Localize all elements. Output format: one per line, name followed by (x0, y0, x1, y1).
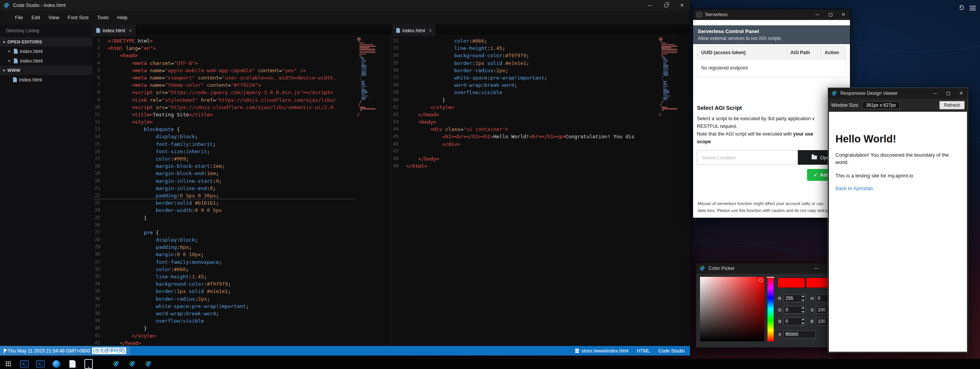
code-studio-app-icon[interactable] (111, 359, 121, 369)
restore-button[interactable] (658, 0, 674, 11)
code-line-45[interactable]: 45 <h1><br></h1><h1>Hello World!<br></h1… (391, 133, 657, 140)
code-line-26[interactable]: 26 (92, 222, 356, 229)
spinner-icon[interactable] (801, 296, 805, 301)
close-icon[interactable] (8, 58, 14, 64)
green-input[interactable]: 0 (784, 306, 806, 314)
sidebar-item-index.html[interactable]: index.html (0, 75, 92, 84)
code-line-41[interactable]: 41 </style> (391, 104, 657, 111)
code-line-39[interactable]: 39 overflow:visible (92, 317, 356, 324)
minimize-button[interactable] (642, 0, 658, 11)
sidebar-section-www[interactable]: WWW (0, 66, 92, 75)
code-line-14[interactable]: 14 display:block; (92, 133, 356, 140)
code-line-47[interactable]: 47 (391, 148, 657, 155)
tab-index.html[interactable]: index.html (92, 25, 136, 36)
maximize-button[interactable] (824, 9, 837, 20)
minimap[interactable] (357, 38, 382, 116)
code-line-42[interactable]: 42 </head> (391, 111, 657, 118)
code-line-1[interactable]: 1<!DOCTYPE html> (92, 37, 356, 45)
code-line-5[interactable]: 5 <meta name="apple-mobile-web-app-capab… (92, 67, 356, 74)
code-line-38[interactable]: 38 word-wrap:break-word; (92, 310, 356, 317)
close-button[interactable] (955, 88, 968, 99)
code-line-35[interactable]: 35 border:1px solid #e1e1e1; (92, 288, 356, 295)
spinner-icon[interactable] (801, 319, 805, 324)
code-line-23[interactable]: 23 border:solid #b1b1b1; (92, 199, 356, 207)
code-line-25[interactable]: 25 } (92, 214, 356, 222)
blue-input[interactable]: 0 (784, 318, 806, 325)
refresh-button[interactable]: Refresh (939, 101, 965, 109)
code-editor[interactable]: 32 color:#666;33 line-height:1.45;34 bac… (391, 37, 657, 170)
code-line-41[interactable]: 41 </style> (92, 332, 356, 339)
editor-pane-2[interactable]: 32 color:#666;33 line-height:1.45;34 bac… (390, 36, 690, 346)
code-line-36[interactable]: 36 border-radius:2px; (391, 67, 657, 74)
close-icon[interactable] (429, 28, 432, 33)
saturation-area[interactable] (700, 277, 764, 341)
sidebar-item-index.html[interactable]: index.html (0, 56, 92, 66)
code-line-15[interactable]: 15 font-family:inherit; (92, 141, 356, 148)
code-line-18[interactable]: 18 margin-block-start:1em; (92, 162, 356, 170)
code-line-30[interactable]: 30 margin:0 0 10px; (92, 251, 356, 258)
menu-tools[interactable]: Tools (93, 11, 113, 25)
menu-view[interactable]: View (44, 11, 63, 25)
code-line-24[interactable]: 24 border-width:0 0 0 5px (92, 207, 356, 214)
code-line-34[interactable]: 34 background-color:#f9f9f9; (92, 280, 356, 288)
code-line-43[interactable]: 43 <body> (391, 118, 657, 126)
close-button[interactable] (837, 9, 850, 20)
code-studio-app-icon[interactable] (127, 359, 137, 369)
status-file-path[interactable]: store:/www/index.html (575, 348, 628, 354)
code-line-16[interactable]: 16 font-size:inherit; (92, 148, 356, 155)
code-studio-app-icon[interactable] (143, 359, 153, 369)
menu-font-size[interactable]: Font Size (63, 11, 93, 25)
close-button[interactable] (674, 0, 690, 11)
code-line-27[interactable]: 27 pre { (92, 229, 356, 236)
code-line-8[interactable]: 8 <script src="https://code.jquery.com/j… (92, 89, 356, 96)
code-line-12[interactable]: 12 <style> (92, 118, 356, 126)
code-line-40[interactable]: 40 } (391, 96, 657, 104)
minimize-button[interactable] (811, 9, 824, 20)
app-launcher-grid-icon[interactable] (3, 359, 13, 369)
saturation-cursor[interactable] (759, 278, 763, 282)
code-line-9[interactable]: 9 <link rel="stylesheet" href="https://c… (92, 96, 356, 104)
code-line-37[interactable]: 37 white-space:pre-wrap!important; (92, 303, 356, 310)
menu-edit[interactable]: Edit (27, 11, 44, 25)
code-line-4[interactable]: 4 <meta charset="UTF-8"> (92, 60, 356, 67)
code-line-35[interactable]: 35 border:1px solid #e1e1e1; (391, 60, 657, 67)
code-line-19[interactable]: 19 margin-block-end:1em; (92, 170, 356, 177)
code-line-36[interactable]: 36 border-radius:2px; (92, 295, 356, 303)
shell-refresh-icon[interactable] (956, 2, 966, 12)
code-line-11[interactable]: 11 <title>Testing Site</title> (92, 111, 356, 118)
code-line-49[interactable]: 49</html> (391, 162, 657, 170)
status-datetime[interactable]: Thu May 11 2023 21:54:48 GMT+0800 (台北標準時… (0, 346, 130, 356)
code-line-37[interactable]: 37 white-space:pre-wrap!important; (391, 74, 657, 81)
code-line-42[interactable]: 42 </head> (92, 339, 356, 346)
minimize-button[interactable] (810, 263, 823, 274)
emulator-app-icon[interactable] (84, 359, 94, 369)
sidebar-section-open-editors[interactable]: OPEN EDITORS (0, 37, 92, 46)
back-to-aprintlab-link[interactable]: Back to Aprintlab (835, 185, 873, 191)
code-line-17[interactable]: 17 color:#999; (92, 155, 356, 162)
minimize-button[interactable] (929, 88, 942, 99)
script-location-input[interactable] (697, 150, 798, 165)
code-line-32[interactable]: 32 color:#666; (391, 37, 657, 45)
code-line-32[interactable]: 32 color:#666; (92, 266, 356, 273)
code-editor[interactable]: 1<!DOCTYPE html>2<html lang="en">3 <head… (92, 37, 356, 346)
terminal-app-icon[interactable] (35, 359, 45, 369)
code-line-13[interactable]: 13 blockquote { (92, 126, 356, 133)
code-line-10[interactable]: 10 <script src="https://cdnjs.cloudflare… (92, 104, 356, 111)
code-line-33[interactable]: 33 line-height:1.45; (92, 273, 356, 280)
shell-menu-icon[interactable] (968, 3, 978, 13)
menu-help[interactable]: Help (113, 11, 132, 25)
minimap[interactable] (659, 38, 684, 116)
code-line-48[interactable]: 48 </body> (391, 155, 657, 162)
files-app-icon[interactable] (68, 359, 77, 369)
tab-index.html[interactable]: index.html (392, 25, 436, 36)
code-line-22[interactable]: 22 padding:0 5px 0 20px; (92, 192, 356, 199)
close-icon[interactable] (8, 48, 14, 54)
code-line-38[interactable]: 38 word-wrap:break-word; (391, 81, 657, 89)
spinner-icon[interactable] (801, 307, 805, 313)
code-line-40[interactable]: 40 } (92, 324, 356, 332)
close-icon[interactable] (129, 28, 132, 33)
hex-input[interactable]: ff0000 (784, 331, 816, 338)
code-line-2[interactable]: 2<html lang="en"> (92, 45, 356, 52)
window-size-value[interactable]: 361px x 627px (862, 101, 900, 109)
code-line-29[interactable]: 29 padding:8px; (92, 243, 356, 251)
